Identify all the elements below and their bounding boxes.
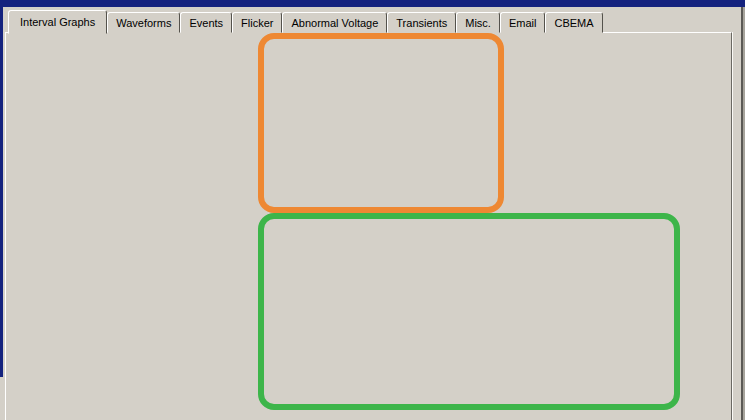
tab-abnormal-voltage[interactable]: Abnormal Voltage xyxy=(282,12,387,33)
tab-misc[interactable]: Misc. xyxy=(456,12,500,33)
tab-interval-graphs[interactable]: Interval Graphs xyxy=(8,10,107,34)
tab-label: Misc. xyxy=(465,17,491,29)
tab-label: Email xyxy=(509,17,537,29)
tab-events[interactable]: Events xyxy=(180,12,232,33)
tab-label: CBEMA xyxy=(554,17,593,29)
tab-label: Transients xyxy=(396,17,447,29)
tab-email[interactable]: Email xyxy=(500,12,546,33)
tab-bar: Interval Graphs Waveforms Events Flicker… xyxy=(8,9,603,33)
tab-page xyxy=(5,32,732,420)
tab-flicker[interactable]: Flicker xyxy=(232,12,282,33)
tab-cbema[interactable]: CBEMA xyxy=(545,12,602,33)
window-top-accent xyxy=(0,0,745,7)
window-left-accent xyxy=(0,7,3,377)
tab-label: Waveforms xyxy=(116,17,171,29)
tab-waveforms[interactable]: Waveforms xyxy=(107,12,180,33)
tab-label: Interval Graphs xyxy=(20,16,95,28)
tab-label: Flicker xyxy=(241,17,273,29)
tab-label: Events xyxy=(189,17,223,29)
tab-transients[interactable]: Transients xyxy=(387,12,456,33)
tab-label: Abnormal Voltage xyxy=(291,17,378,29)
